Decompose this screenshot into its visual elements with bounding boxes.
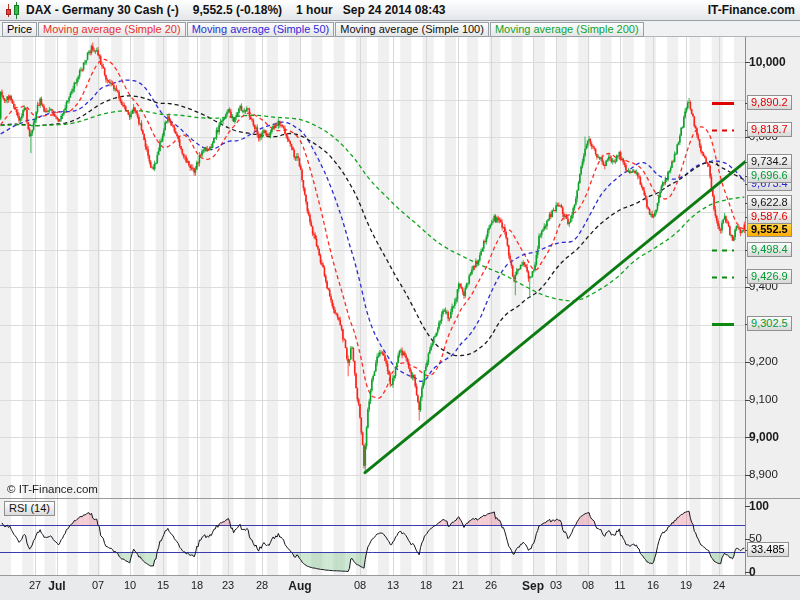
rsi-indicator-label[interactable]: RSI (14) (4, 501, 55, 516)
price-axis-label-10-000: 10,000 (749, 55, 786, 69)
price-axis-label-9-000: 9,000 (749, 430, 779, 444)
time-axis-label-21: 21 (452, 579, 464, 591)
rsi-axis-label-100: 100 (749, 499, 769, 513)
price-axis-label-8-900: 8,900 (749, 468, 778, 480)
legend-item-moving-average-simple-100[interactable]: Moving average (Simple 100) (335, 22, 489, 37)
price-level-tag-9-622-8: 9,622.8 (747, 195, 792, 210)
time-axis-label-13: 13 (387, 579, 399, 591)
time-axis-label-19: 19 (680, 579, 692, 591)
time-axis-label-24: 24 (713, 579, 725, 591)
time-axis-label-07: 07 (92, 579, 104, 591)
time-axis-label-10: 10 (124, 579, 136, 591)
copyright-watermark: © IT-Finance.com (7, 483, 98, 495)
legend-item-moving-average-simple-50[interactable]: Moving average (Simple 50) (187, 22, 335, 37)
legend-item-price[interactable]: Price (2, 22, 37, 37)
time-axis-label-jul: Jul (48, 579, 65, 593)
price-level-tag-9-734-2: 9,734.2 (747, 154, 792, 169)
legend-item-moving-average-simple-20[interactable]: Moving average (Simple 20) (38, 22, 186, 37)
time-axis-label-18: 18 (191, 579, 203, 591)
current-price-tag: 9,552.5 (747, 222, 792, 237)
instrument-title: DAX - Germany 30 Cash (-) (26, 3, 179, 17)
chart-canvas[interactable] (0, 0, 800, 600)
time-axis-label-08: 08 (582, 579, 594, 591)
price-level-tag-9-890-2: 9,890.2 (747, 95, 792, 110)
price-level-tag-9-587-6: 9,587.6 (747, 209, 792, 224)
price-level-tag-9-426-9: 9,426.9 (747, 269, 792, 284)
time-axis-label-sep: Sep (522, 579, 544, 593)
price-level-tag-9-498-4: 9,498.4 (747, 242, 792, 257)
rsi-current-tag: 33.485 (747, 542, 789, 557)
time-axis-label-03: 03 (550, 579, 562, 591)
brand-label: IT-Finance.com (708, 3, 795, 17)
legend-bar: PriceMoving average (Simple 20)Moving av… (0, 22, 800, 37)
time-axis-label-08: 08 (354, 579, 366, 591)
time-axis-label-26: 26 (485, 579, 497, 591)
price-level-tag-9-302-5: 9,302.5 (747, 316, 792, 331)
chart-window: DAX - Germany 30 Cash (-) 9,552.5 (-0.18… (0, 0, 800, 600)
time-axis-label-27: 27 (29, 579, 41, 591)
time-axis-label-23: 23 (222, 579, 234, 591)
price-level-tag-9-818-7: 9,818.7 (747, 122, 792, 137)
rsi-axis-label-0: 0 (749, 565, 756, 579)
legend-item-moving-average-simple-200[interactable]: Moving average (Simple 200) (490, 22, 644, 37)
time-axis-label-aug: Aug (288, 579, 311, 593)
time-axis-label-15: 15 (157, 579, 169, 591)
price-axis-label-9-100: 9,100 (749, 393, 778, 405)
time-axis-label-28: 28 (256, 579, 268, 591)
header-bar: DAX - Germany 30 Cash (-) 9,552.5 (-0.18… (0, 0, 800, 21)
time-axis-label-16: 16 (647, 579, 659, 591)
last-quote: 9,552.5 (-0.18%) (193, 3, 282, 17)
price-axis-label-9-200: 9,200 (749, 355, 778, 367)
time-axis-label-18: 18 (420, 579, 432, 591)
time-axis-label-11: 11 (614, 579, 625, 591)
timeframe-label: 1 hour (296, 3, 333, 17)
price-level-tag-9-696-6: 9,696.6 (747, 168, 792, 183)
candlestick-logo-icon (5, 2, 21, 19)
datetime-label: Sep 24 2014 08:43 (343, 3, 446, 17)
